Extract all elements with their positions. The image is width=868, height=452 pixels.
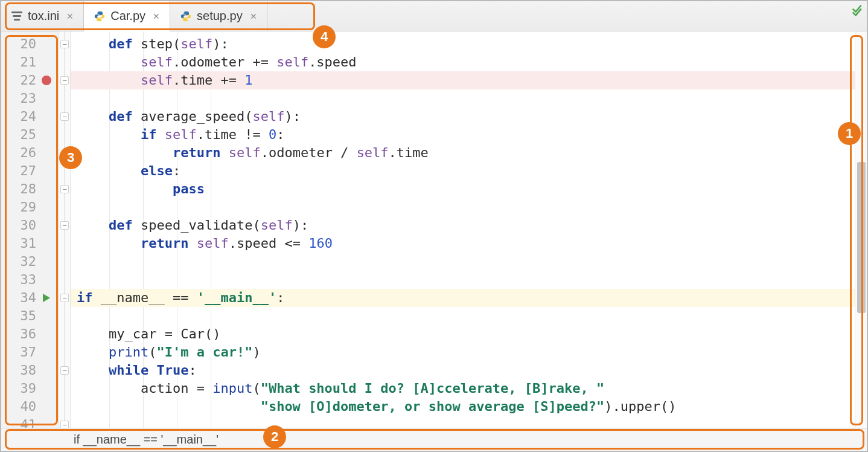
editor-tabs: tox.ini✕Car.py✕setup.py✕ <box>1 1 867 31</box>
fold-column[interactable]: −−−−−−−− <box>59 31 71 428</box>
line-number: 29 <box>1 198 36 216</box>
tab-setup[interactable]: setup.py✕ <box>170 1 267 31</box>
fold-toggle[interactable]: − <box>60 221 69 230</box>
callout-badge-4: 4 <box>313 25 336 48</box>
line-number: 32 <box>1 253 36 271</box>
line-number: 21 <box>1 53 36 71</box>
tab-car[interactable]: Car.py✕ <box>84 1 170 31</box>
line-number: 26 <box>1 144 36 162</box>
callout-badge-3: 3 <box>59 146 82 169</box>
close-icon[interactable]: ✕ <box>153 11 160 21</box>
breadcrumb-bar[interactable]: if __name__ == '__main__' <box>1 428 867 451</box>
code-line[interactable]: pass <box>71 180 205 198</box>
python-icon <box>180 10 192 22</box>
line-number: 22 <box>1 71 36 89</box>
breakpoint-icon[interactable] <box>39 71 54 89</box>
code-line[interactable]: action = input("What should I do? [A]cce… <box>71 379 604 398</box>
line-number: 38 <box>1 361 36 379</box>
svg-point-1 <box>101 19 103 20</box>
close-icon[interactable]: ✕ <box>250 11 257 21</box>
fold-toggle[interactable]: − <box>60 366 69 375</box>
code-line[interactable]: return self.speed <= 160 <box>71 234 333 253</box>
run-gutter-icon[interactable] <box>39 289 54 307</box>
tab-label: tox.ini <box>28 9 59 23</box>
svg-point-3 <box>187 19 188 20</box>
callout-badge-2: 2 <box>263 425 286 448</box>
code-area[interactable]: def step(self): self.odometer += self.sp… <box>71 31 855 428</box>
python-icon <box>94 10 106 22</box>
callout-badge-1: 1 <box>838 122 861 145</box>
line-number: 35 <box>1 307 36 325</box>
code-line[interactable]: else: <box>71 162 180 180</box>
line-number: 36 <box>1 325 36 343</box>
tab-label: setup.py <box>197 9 243 23</box>
code-line[interactable]: if __name__ == '__main__': <box>71 289 284 307</box>
code-line[interactable]: self.time += 1 <box>71 71 252 89</box>
code-line[interactable]: return self.odometer / self.time <box>71 144 429 162</box>
tox-icon <box>11 10 23 22</box>
close-icon[interactable]: ✕ <box>66 11 74 21</box>
analysis-status-icon[interactable] <box>851 4 864 17</box>
code-line[interactable]: self.odometer += self.speed <box>71 53 357 71</box>
svg-point-0 <box>97 12 98 13</box>
tab-label: Car.py <box>110 9 145 23</box>
fold-toggle[interactable]: − <box>60 76 69 85</box>
code-line[interactable]: def speed_validate(self): <box>71 216 308 234</box>
code-line[interactable]: my_car = Car() <box>71 325 220 343</box>
code-line[interactable]: print("I'm a car!") <box>71 343 261 361</box>
svg-point-2 <box>183 12 185 13</box>
line-number: 28 <box>1 180 36 198</box>
line-number: 24 <box>1 108 36 126</box>
line-number: 30 <box>1 216 36 234</box>
line-number: 37 <box>1 343 36 361</box>
line-number: 33 <box>1 271 36 289</box>
editor-body: 2021222324252627282930313233343536373839… <box>1 31 867 428</box>
code-line[interactable]: def step(self): <box>71 35 229 53</box>
line-number: 31 <box>1 234 36 253</box>
line-number: 27 <box>1 162 36 180</box>
breadcrumb-text: if __name__ == '__main__' <box>74 433 219 447</box>
code-line[interactable]: "show [O]dometer, or show average [S]pee… <box>71 398 676 416</box>
fold-toggle[interactable]: − <box>60 294 69 302</box>
code-line[interactable]: if self.time != 0: <box>71 126 284 144</box>
code-line[interactable]: while True: <box>71 361 197 379</box>
line-number: 23 <box>1 89 36 108</box>
scrollbar-track[interactable] <box>855 31 867 428</box>
line-number: 40 <box>1 398 36 416</box>
gutter[interactable]: 2021222324252627282930313233343536373839… <box>1 31 59 428</box>
line-number: 34 <box>1 289 36 307</box>
fold-toggle[interactable]: − <box>60 112 69 121</box>
tab-tox[interactable]: tox.ini✕ <box>1 1 84 31</box>
scrollbar-thumb[interactable] <box>857 162 866 312</box>
line-number: 39 <box>1 379 36 398</box>
ide-editor-frame: tox.ini✕Car.py✕setup.py✕ 202122232425262… <box>0 0 868 452</box>
code-line[interactable]: def average_speed(self): <box>71 108 301 126</box>
fold-toggle[interactable]: − <box>60 185 69 193</box>
line-number: 20 <box>1 35 36 53</box>
line-number: 25 <box>1 126 36 144</box>
fold-toggle[interactable]: − <box>60 40 69 48</box>
